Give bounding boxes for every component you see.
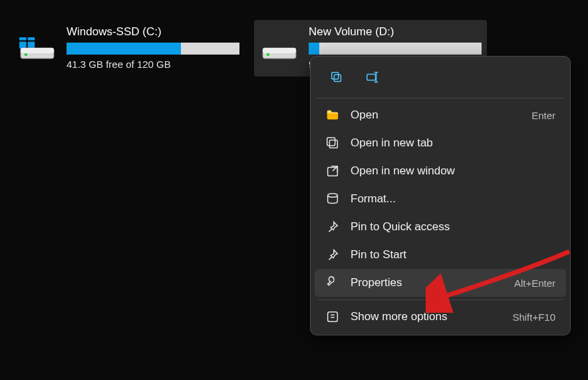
format-icon: [325, 192, 340, 206]
menu-item-properties[interactable]: Properties Alt+Enter: [315, 269, 566, 297]
menu-accelerator: Shift+F10: [512, 311, 555, 323]
menu-label: Open: [351, 108, 521, 122]
context-menu-topbar: [315, 61, 566, 95]
more-icon: [325, 309, 340, 324]
svg-rect-14: [327, 138, 335, 146]
menu-accelerator: Alt+Enter: [514, 278, 555, 289]
menu-item-pin-start[interactable]: Pin to Start: [315, 241, 566, 269]
pin-icon: [325, 220, 340, 234]
svg-rect-9: [367, 74, 376, 80]
drive-title: Windows-SSD (C:): [67, 24, 239, 39]
menu-accelerator: Enter: [531, 110, 555, 121]
drive-usage-bar: [309, 43, 482, 55]
context-menu: Open Enter Open in new tab Open in new w…: [310, 56, 571, 335]
menu-separator: [317, 98, 563, 98]
pin-icon: [325, 248, 340, 262]
rename-icon: [365, 70, 380, 85]
drive-icon: [17, 24, 57, 70]
rename-button[interactable]: [363, 67, 382, 87]
svg-rect-13: [329, 140, 337, 148]
new-tab-icon: [325, 136, 340, 150]
copy-icon: [329, 70, 344, 85]
drive-usage-fill: [67, 43, 181, 55]
svg-rect-18: [328, 312, 338, 322]
copy-button[interactable]: [327, 67, 347, 87]
svg-rect-15: [328, 168, 338, 176]
drive-usage-bar: [67, 43, 239, 55]
menu-label: Pin to Quick access: [351, 220, 545, 234]
menu-label: Show more options: [351, 310, 502, 323]
menu-item-format[interactable]: Format...: [315, 185, 566, 213]
drive-title: New Volume (D:): [309, 24, 482, 39]
svg-rect-7: [334, 75, 341, 81]
menu-label: Pin to Start: [351, 248, 545, 262]
svg-rect-8: [332, 73, 339, 79]
drive-icon: [259, 24, 299, 70]
new-window-icon: [325, 164, 340, 178]
drive-usage-fill: [309, 43, 319, 55]
menu-label: Format...: [351, 192, 545, 206]
menu-item-open[interactable]: Open Enter: [315, 101, 566, 129]
folder-icon: [325, 108, 340, 122]
menu-label: Open in new tab: [351, 136, 545, 150]
menu-item-show-more[interactable]: Show more options Shift+F10: [315, 303, 566, 331]
menu-separator: [317, 299, 563, 300]
menu-item-open-new-window[interactable]: Open in new window: [315, 157, 566, 185]
svg-point-17: [328, 194, 338, 198]
properties-icon: [325, 276, 340, 290]
menu-label: Properties: [351, 276, 504, 289]
drive-item[interactable]: Windows-SSD (C:) 41.3 GB free of 120 GB: [12, 20, 245, 77]
menu-label: Open in new window: [351, 164, 545, 178]
menu-item-pin-quick-access[interactable]: Pin to Quick access: [315, 213, 566, 241]
drive-free-text: 41.3 GB free of 120 GB: [67, 59, 239, 70]
menu-item-open-new-tab[interactable]: Open in new tab: [315, 129, 566, 157]
